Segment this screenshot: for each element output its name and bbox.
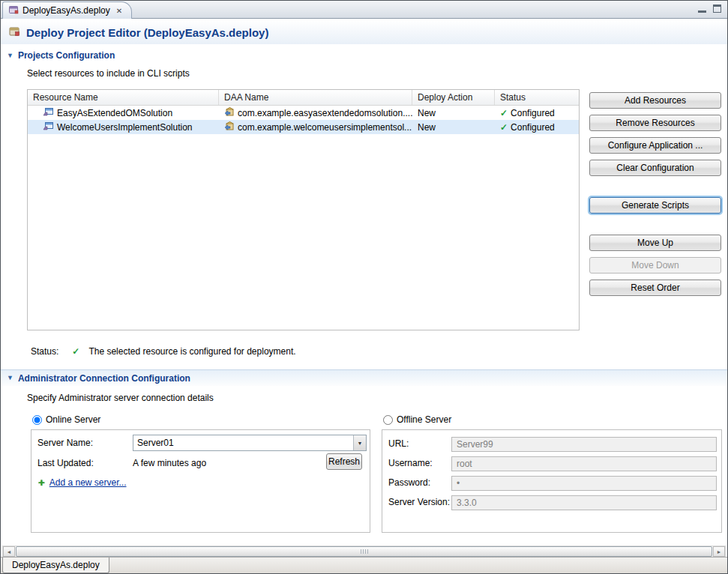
table-header-row: Resource Name DAA Name Deploy Action Sta… [28,90,579,106]
add-resources-button[interactable]: Add Resources [589,92,721,109]
online-server-radio[interactable]: Online Server [32,414,100,425]
projects-section-header[interactable]: ▼ Projects Configuration [7,50,115,61]
remove-resources-button[interactable]: Remove Resources [589,115,721,131]
scrollbar-thumb[interactable] [16,546,712,557]
maximize-icon[interactable] [713,4,721,13]
server-version-field[interactable] [451,495,717,510]
server-name-input[interactable] [133,435,353,450]
url-field[interactable] [451,437,717,452]
view-toolbar [698,4,721,13]
move-up-button[interactable]: Move Up [589,235,721,251]
clear-configuration-button[interactable]: Clear Configuration [589,160,721,176]
move-down-button[interactable]: Move Down [589,257,721,274]
collapse-triangle-icon: ▼ [7,52,13,59]
server-name-label: Server Name: [37,438,93,448]
projects-section-description: Select resources to include in CLI scrip… [27,68,190,79]
username-label: Username: [388,458,433,468]
url-label: URL: [388,438,409,449]
deploy-project-icon [8,25,20,40]
solution-icon [43,106,54,119]
last-updated-label: Last Updated: [37,458,94,468]
username-field[interactable] [451,456,717,471]
form-header: Deploy Project Editor (DeployEasyAs.depl… [1,20,727,44]
deploy-editor-window: DeployEasyAs.deploy ✕ Deploy Project Edi… [0,0,728,574]
resources-table: Resource Name DAA Name Deploy Action Sta… [27,89,580,330]
bottom-editor-tab-label: DeployEasyAs.deploy [12,560,100,570]
offline-server-radio[interactable]: Offline Server [383,414,451,425]
scroll-right-icon[interactable]: ► [713,546,725,557]
column-header-deploy-action[interactable]: Deploy Action [412,90,495,105]
scrollbar-grip [361,549,368,554]
admin-section-description: Specify Administrator server connection … [27,393,214,403]
status-message: The selected resource is configured for … [88,346,295,357]
deploy-action-text: New [412,106,495,120]
configure-application-button[interactable]: Configure Application ... [589,137,721,154]
deploy-file-icon [8,4,19,17]
admin-section-header[interactable]: ▼ Administrator Connection Configuration [1,369,727,386]
scroll-left-icon[interactable]: ◄ [3,546,15,557]
generate-scripts-button[interactable]: Generate Scripts [589,197,721,214]
resource-name-text: EasyAsExtendedOMSolution [57,108,172,118]
page-title: Deploy Project Editor (DeployEasyAs.depl… [26,26,268,39]
editor-tab-label: DeployEasyAs.deploy [22,5,110,16]
online-server-group: Server Name: ▼ Last Updated: A few minut… [31,429,370,533]
last-updated-value: A few minutes ago [133,458,206,468]
resource-status-line: Status: ✓ The selected resource is confi… [31,346,296,357]
table-row[interactable]: WelcomeUsersImplementSolution com.exampl… [28,120,579,134]
column-header-resource-name[interactable]: Resource Name [28,90,219,105]
refresh-button[interactable]: Refresh [326,453,362,470]
column-header-status[interactable]: Status [495,90,579,105]
solution-icon [43,121,54,133]
projects-section-title: Projects Configuration [18,50,115,61]
admin-section-title: Administrator Connection Configuration [18,373,190,384]
status-text: Configured [511,122,555,133]
horizontal-scrollbar[interactable]: ◄ ► [2,546,726,558]
editor-tab-bar: DeployEasyAs.deploy ✕ [1,1,727,19]
offline-server-radio-input[interactable] [383,415,393,425]
status-text: Configured [511,108,555,118]
online-server-radio-input[interactable] [32,415,42,425]
daa-icon [224,106,235,119]
daa-icon [224,121,235,133]
offline-server-radio-label: Offline Server [397,414,451,425]
collapse-triangle-icon: ▼ [7,375,13,381]
column-header-daa-name[interactable]: DAA Name [219,90,412,105]
chevron-down-icon[interactable]: ▼ [353,435,366,450]
tab-close-icon[interactable]: ✕ [116,7,122,15]
status-label: Status: [31,346,58,357]
table-row[interactable]: EasyAsExtendedOMSolution com.example.eas… [28,106,579,120]
check-icon: ✓ [500,122,508,133]
bottom-editor-tab[interactable]: DeployEasyAs.deploy [2,558,109,573]
reset-order-button[interactable]: Reset Order [589,280,721,296]
editor-tab-deployeasyas[interactable]: DeployEasyAs.deploy ✕ [2,1,132,19]
editor-body: Deploy Project Editor (DeployEasyAs.depl… [1,19,727,558]
password-label: Password: [388,477,430,488]
minimize-icon[interactable] [698,4,706,13]
deploy-action-text: New [412,120,495,134]
online-server-radio-label: Online Server [46,414,100,425]
check-icon: ✓ [72,346,79,357]
daa-name-text: com.example.easyasextendedomsolution.... [238,108,412,118]
add-new-server-link-text: Add a new server... [49,477,127,488]
check-icon: ✓ [500,108,508,118]
plus-icon: + [38,477,45,488]
server-name-combo[interactable]: ▼ [133,435,367,451]
add-new-server-link[interactable]: + Add a new server... [38,477,127,488]
server-version-label: Server Version: [388,497,450,507]
resource-name-text: WelcomeUsersImplementSolution [57,122,193,133]
offline-server-group: URL: Username: Password: Server Version: [382,429,722,533]
daa-name-text: com.example.welcomeusersimplementsol... [238,122,412,133]
bottom-trim-bar: DeployEasyAs.deploy [1,557,727,573]
password-field[interactable] [451,476,717,491]
